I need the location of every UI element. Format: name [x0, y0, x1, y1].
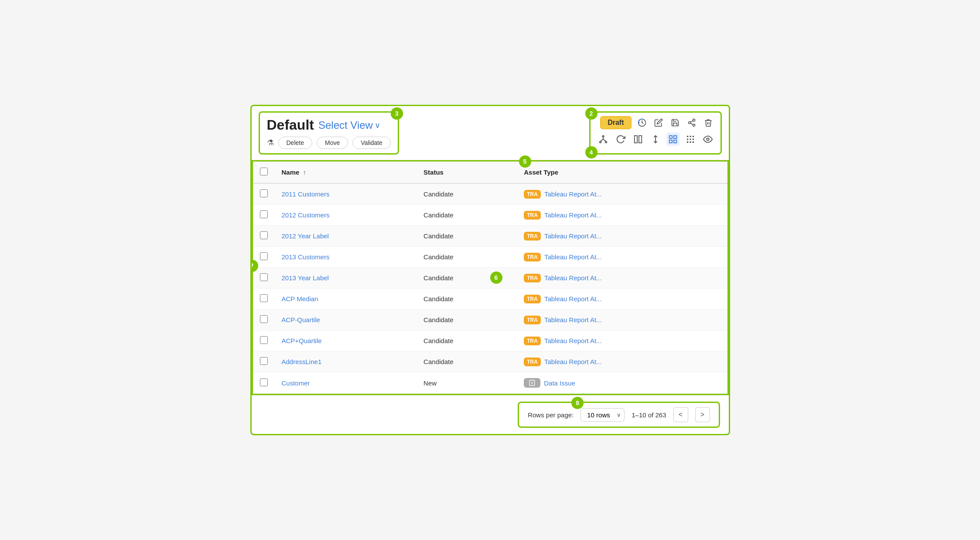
row-name-cell: 2012 Customers	[275, 205, 417, 226]
svg-rect-17	[669, 140, 672, 143]
rows-per-page-label: Rows per page:	[528, 411, 574, 419]
svg-point-28	[707, 138, 709, 141]
row-asset-cell: TRATableau Report At...	[517, 247, 727, 268]
row-name-link[interactable]: Customer	[282, 379, 310, 387]
row-name-link[interactable]: 2012 Customers	[282, 211, 330, 219]
svg-point-7	[599, 141, 601, 143]
history-button[interactable]	[636, 117, 648, 129]
table-row: AddressLine1CandidateTRATableau Report A…	[253, 351, 727, 372]
svg-point-3	[693, 124, 695, 126]
toolbar-row: ⚗ Delete Move Validate	[267, 137, 391, 149]
table-row: ACP+QuartileCandidateTRATableau Report A…	[253, 330, 727, 351]
asset-type-column-header[interactable]: Asset Type	[517, 162, 727, 183]
columns-button[interactable]	[632, 133, 645, 146]
asset-type-link[interactable]: Data Issue	[544, 379, 575, 387]
row-checkbox-cell	[253, 330, 275, 351]
dots-view-button[interactable]	[684, 133, 697, 146]
table-row: CustomerNewData Issue	[253, 372, 727, 394]
row-checkbox[interactable]	[260, 378, 268, 386]
asset-type-link[interactable]: Tableau Report At...	[544, 358, 602, 365]
asset-type-link[interactable]: Tableau Report At...	[544, 211, 602, 219]
right-row2	[597, 133, 714, 146]
main-container: 1 3 Default Select View ∨ ⚗ Delete Move …	[250, 105, 730, 435]
badge-8: 8	[571, 397, 584, 409]
row-checkbox[interactable]	[260, 357, 268, 365]
name-column-header[interactable]: Name ↑	[275, 162, 417, 183]
right-row1: Draft	[597, 116, 714, 129]
sort-button[interactable]	[649, 133, 662, 146]
asset-type-link[interactable]: Tableau Report At...	[544, 316, 602, 323]
asset-type-link[interactable]: Tableau Report At...	[544, 190, 602, 198]
rows-select-wrapper: 10 rows 25 rows 50 rows 100 rows	[580, 408, 625, 422]
row-checkbox[interactable]	[260, 273, 268, 281]
edit-button[interactable]	[652, 117, 665, 129]
validate-button[interactable]: Validate	[352, 137, 391, 149]
table-row: ACP-QuartileCandidateTRATableau Report A…	[253, 310, 727, 330]
asset-type-link[interactable]: Tableau Report At...	[544, 253, 602, 261]
select-view-button[interactable]: Select View ∨	[318, 119, 380, 131]
row-checkbox-cell	[253, 268, 275, 289]
row-checkbox[interactable]	[260, 189, 268, 197]
save-button[interactable]	[669, 117, 681, 129]
delete-toolbar-button[interactable]	[702, 117, 714, 129]
svg-point-1	[693, 119, 695, 121]
next-page-button[interactable]: >	[695, 407, 710, 422]
eye-button[interactable]	[701, 133, 714, 146]
select-all-header[interactable]	[253, 162, 275, 183]
share-button[interactable]	[686, 117, 698, 129]
select-view-label: Select View	[318, 119, 373, 131]
asset-type-link[interactable]: Tableau Report At...	[544, 337, 602, 344]
top-left-box: 1 3 Default Select View ∨ ⚗ Delete Move …	[259, 111, 399, 155]
row-name-link[interactable]: 2012 Year Label	[282, 232, 329, 240]
page-info: 1–10 of 263	[632, 411, 666, 419]
move-button[interactable]: Move	[317, 137, 348, 149]
row-status-cell: New	[417, 372, 517, 394]
hierarchy-button[interactable]	[597, 133, 610, 146]
row-name-link[interactable]: ACP+Quartile	[282, 337, 322, 344]
row-name-link[interactable]: 2011 Customers	[282, 190, 330, 198]
row-asset-cell: TRATableau Report At...	[517, 205, 727, 226]
tra-badge: TRA	[524, 190, 541, 199]
asset-type-link[interactable]: Tableau Report At...	[544, 295, 602, 303]
row-name-link[interactable]: 2013 Year Label	[282, 274, 329, 282]
row-asset-cell: TRATableau Report At...	[517, 330, 727, 351]
svg-point-19	[686, 136, 688, 138]
row-status-cell: Candidate	[417, 205, 517, 226]
tra-badge: TRA	[524, 253, 541, 261]
row-checkbox[interactable]	[260, 210, 268, 218]
row-checkbox-cell	[253, 310, 275, 330]
table-row: ACP MedianCandidateTRATableau Report At.…	[253, 289, 727, 310]
badge-4: 4	[585, 146, 598, 158]
row-name-cell: ACP+Quartile	[275, 330, 417, 351]
tra-badge: TRA	[524, 295, 541, 303]
svg-point-6	[602, 136, 604, 138]
select-all-checkbox[interactable]	[260, 168, 268, 175]
delete-button[interactable]: Delete	[278, 137, 312, 149]
row-checkbox[interactable]	[260, 252, 268, 260]
grid-view-button[interactable]	[666, 133, 680, 146]
filter-icon[interactable]: ⚗	[267, 138, 274, 148]
refresh-button[interactable]	[614, 133, 627, 146]
row-status-cell: Candidate	[417, 351, 517, 372]
asset-type-link[interactable]: Tableau Report At...	[544, 232, 602, 240]
row-checkbox[interactable]	[260, 294, 268, 302]
badge-3: 3	[391, 107, 403, 120]
asset-type-column-label: Asset Type	[524, 169, 558, 176]
previous-page-button[interactable]: <	[673, 407, 688, 422]
row-checkbox[interactable]	[260, 231, 268, 239]
row-name-cell: 2012 Year Label	[275, 226, 417, 247]
row-name-link[interactable]: ACP-Quartile	[282, 316, 320, 323]
row-name-link[interactable]: 2013 Customers	[282, 253, 330, 261]
top-area: 1 3 Default Select View ∨ ⚗ Delete Move …	[252, 106, 729, 160]
asset-type-link[interactable]: Tableau Report At...	[544, 274, 602, 282]
row-checkbox[interactable]	[260, 336, 268, 344]
row-name-link[interactable]: ACP Median	[282, 295, 318, 303]
table-row: 2012 CustomersCandidateTRATableau Report…	[253, 205, 727, 226]
row-name-cell: ACP-Quartile	[275, 310, 417, 330]
row-name-link[interactable]: AddressLine1	[282, 358, 322, 365]
status-column-header[interactable]: Status	[417, 162, 517, 183]
row-checkbox[interactable]	[260, 315, 268, 323]
svg-point-27	[692, 141, 694, 143]
svg-point-22	[686, 138, 688, 140]
rows-per-page-select[interactable]: 10 rows 25 rows 50 rows 100 rows	[580, 408, 625, 422]
